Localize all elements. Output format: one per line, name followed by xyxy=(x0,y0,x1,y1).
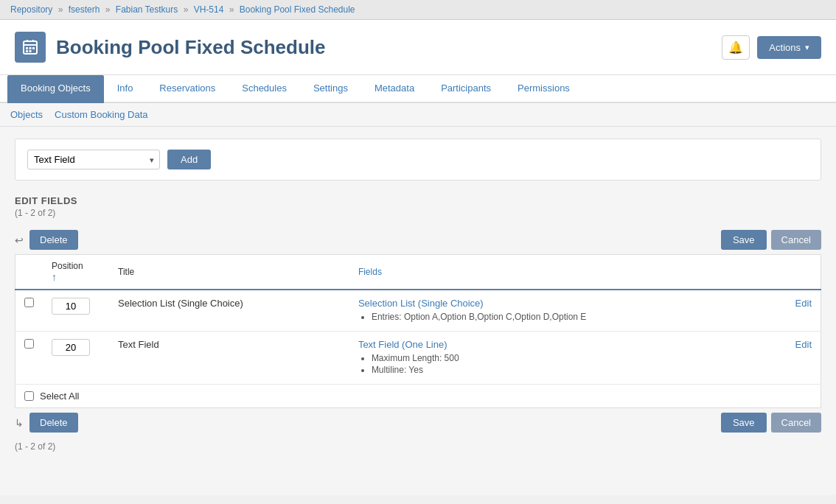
table-row: Selection List (Single Choice) Selection… xyxy=(15,290,821,332)
col-header-title: Title xyxy=(109,255,349,290)
row2-fields-cell: Text Field (One Line) Maximum Length: 50… xyxy=(349,332,763,385)
bottom-toolbar: ↳ Delete Save Cancel xyxy=(15,408,821,437)
select-all-checkbox[interactable] xyxy=(24,391,34,401)
tab-booking-objects[interactable]: Booking Objects xyxy=(7,75,104,103)
notifications-button[interactable]: 🔔 xyxy=(722,35,750,60)
breadcrumb-fabian-testkurs[interactable]: Fabian Testkurs xyxy=(116,4,178,15)
row2-title-cell: Text Field xyxy=(109,332,349,385)
row1-fields-cell: Selection List (Single Choice) Entries: … xyxy=(349,290,763,332)
svg-rect-5 xyxy=(29,47,32,49)
tab-metadata[interactable]: Metadata xyxy=(361,75,428,103)
select-all-label: Select All xyxy=(40,391,79,402)
sub-tab-objects[interactable]: Objects xyxy=(10,108,43,122)
field-type-select[interactable]: Text Field Selection List Date Field Che… xyxy=(27,150,160,169)
row2-checkbox[interactable] xyxy=(24,339,34,349)
breadcrumb-booking-pool[interactable]: Booking Pool Fixed Schedule xyxy=(240,4,355,15)
tab-info[interactable]: Info xyxy=(104,75,147,103)
add-button[interactable]: Add xyxy=(167,150,211,169)
row1-title-cell: Selection List (Single Choice) xyxy=(109,290,349,332)
tab-participants[interactable]: Participants xyxy=(428,75,504,103)
row1-position-cell xyxy=(43,290,109,332)
return-icon: ↩ xyxy=(15,234,24,246)
row2-field-type: Text Field (One Line) xyxy=(358,339,754,350)
page-icon xyxy=(15,32,46,63)
page-title: Booking Pool Fixed Schedule xyxy=(56,36,326,59)
row2-edit-link[interactable]: Edit xyxy=(763,332,821,385)
content-area: Text Field Selection List Date Field Che… xyxy=(0,127,836,495)
col-header-fields: Fields xyxy=(349,255,763,290)
add-field-row: Text Field Selection List Date Field Che… xyxy=(15,139,821,181)
select-all-row: Select All xyxy=(15,385,821,408)
top-records-count: (1 - 2 of 2) xyxy=(15,208,821,218)
sort-asc-icon[interactable]: ↑ xyxy=(52,271,57,283)
breadcrumb: Repository » fsesterh » Fabian Testkurs … xyxy=(0,0,836,20)
row2-position-input[interactable] xyxy=(52,339,90,356)
indent-icon: ↳ xyxy=(15,417,24,429)
bottom-records-count: (1 - 2 of 2) xyxy=(15,441,821,452)
bottom-save-button[interactable]: Save xyxy=(721,413,767,433)
top-save-button[interactable]: Save xyxy=(721,230,767,250)
breadcrumb-fsesterh[interactable]: fsesterh xyxy=(69,4,100,15)
field-type-select-wrapper: Text Field Selection List Date Field Che… xyxy=(27,150,160,169)
row1-checkbox[interactable] xyxy=(24,298,34,307)
row2-detail-item-2: Multiline: Yes xyxy=(372,365,754,375)
bottom-delete-button[interactable]: Delete xyxy=(29,413,78,433)
row1-position-input[interactable] xyxy=(52,298,90,315)
tab-settings[interactable]: Settings xyxy=(300,75,361,103)
sub-tabs: Objects Custom Booking Data xyxy=(0,103,836,127)
top-cancel-button[interactable]: Cancel xyxy=(771,230,821,250)
col-header-actions xyxy=(763,255,821,290)
edit-fields-section: EDIT FIELDS (1 - 2 of 2) ↩ Delete Save C… xyxy=(15,195,821,452)
svg-rect-7 xyxy=(26,50,28,52)
col-header-check xyxy=(15,255,43,290)
row1-field-type: Selection List (Single Choice) xyxy=(358,298,754,309)
row1-field-detail: Entries: Option A,Option B,Option C,Opti… xyxy=(358,312,754,322)
sub-tab-custom-booking-data[interactable]: Custom Booking Data xyxy=(55,108,147,122)
main-tabs: Booking Objects Info Reservations Schedu… xyxy=(0,75,836,103)
actions-button[interactable]: Actions xyxy=(757,36,821,59)
edit-fields-title: EDIT FIELDS xyxy=(15,195,821,206)
row2-field-detail: Maximum Length: 500 Multiline: Yes xyxy=(358,353,754,375)
table-row: Text Field Text Field (One Line) Maximum… xyxy=(15,332,821,385)
breadcrumb-repository[interactable]: Repository xyxy=(10,4,52,15)
calendar-grid-icon xyxy=(21,38,39,56)
tab-permissions[interactable]: Permissions xyxy=(504,75,583,103)
top-toolbar: ↩ Delete Save Cancel xyxy=(15,225,821,254)
svg-rect-6 xyxy=(32,47,35,49)
fields-table: Position ↑ Title Fields xyxy=(15,254,821,385)
svg-rect-8 xyxy=(29,50,32,52)
col-header-position: Position ↑ xyxy=(43,255,109,290)
page-header: Booking Pool Fixed Schedule 🔔 Actions xyxy=(0,20,836,75)
svg-rect-4 xyxy=(26,47,28,49)
row1-edit-link[interactable]: Edit xyxy=(763,290,821,332)
tab-reservations[interactable]: Reservations xyxy=(146,75,229,103)
top-delete-button[interactable]: Delete xyxy=(29,230,78,250)
row2-position-cell xyxy=(43,332,109,385)
row2-detail-item-1: Maximum Length: 500 xyxy=(372,353,754,363)
tab-schedules[interactable]: Schedules xyxy=(229,75,300,103)
bottom-cancel-button[interactable]: Cancel xyxy=(771,413,821,433)
row2-checkbox-cell xyxy=(15,332,43,385)
breadcrumb-vh514[interactable]: VH-514 xyxy=(194,4,224,15)
row1-detail-item: Entries: Option A,Option B,Option C,Opti… xyxy=(372,312,754,322)
row1-checkbox-cell xyxy=(15,290,43,332)
